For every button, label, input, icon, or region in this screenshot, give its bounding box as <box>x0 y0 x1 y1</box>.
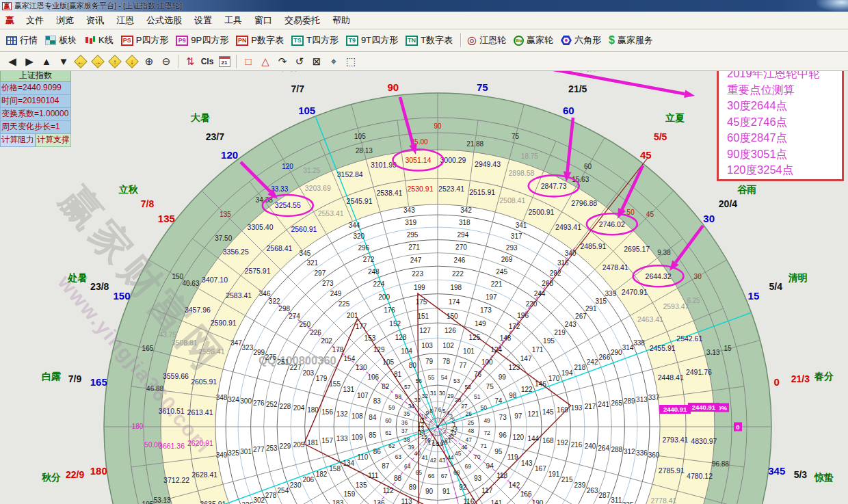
svg-text:315: 315 <box>595 297 607 305</box>
svg-text:122: 122 <box>521 386 533 393</box>
svg-text:92: 92 <box>459 483 467 491</box>
menu-item-7[interactable]: 窗口 <box>248 12 278 29</box>
tool-nav-up[interactable]: ▲ <box>38 54 55 69</box>
svg-text:18.75: 18.75 <box>521 152 538 160</box>
menu-item-5[interactable]: 设置 <box>188 12 218 29</box>
menu-item-2[interactable]: 资讯 <box>80 12 110 29</box>
svg-text:167: 167 <box>535 465 546 473</box>
svg-text:103: 103 <box>421 342 433 349</box>
tool-rotate-ccw[interactable]: ↺ <box>291 54 308 69</box>
toolbar-button-hexagon[interactable]: 六角形 <box>558 33 604 48</box>
svg-text:339: 339 <box>605 290 617 297</box>
toolbar-button-p-square[interactable]: PSP四方形 <box>118 33 172 48</box>
tool-nav-right[interactable]: ▶ <box>21 54 38 69</box>
tool-pan-down[interactable]: ↓ <box>124 54 140 69</box>
svg-text:28: 28 <box>455 397 462 403</box>
p-square-icon: PS <box>121 36 133 46</box>
svg-text:195: 195 <box>142 501 154 504</box>
toolbar-button-t-table[interactable]: TNT数字表 <box>403 33 455 48</box>
svg-text:9.38: 9.38 <box>657 249 671 256</box>
tool-pan-left[interactable]: ← <box>72 54 89 69</box>
toolbar-button-9t-square[interactable]: T99T四方形 <box>343 33 401 48</box>
svg-text:37: 37 <box>401 427 408 434</box>
tool-zoom-out[interactable]: ⊖ <box>158 54 174 69</box>
toolbar-button-p-table[interactable]: PNP数字表 <box>233 33 287 48</box>
svg-text:151: 151 <box>417 313 429 320</box>
menu-item-6[interactable]: 工具 <box>218 12 248 29</box>
svg-text:174: 174 <box>449 298 460 306</box>
svg-text:93: 93 <box>474 475 482 482</box>
svg-text:2847.73: 2847.73 <box>541 182 567 190</box>
svg-text:107: 107 <box>357 392 369 399</box>
svg-text:立夏: 立夏 <box>665 112 685 123</box>
menu-item-3[interactable]: 江恩 <box>110 12 140 29</box>
toolbar-button-winner-wheel[interactable]: Big赢家轮 <box>511 33 556 48</box>
tool-cls[interactable]: Cls <box>199 54 215 69</box>
svg-text:2523.41: 2523.41 <box>438 185 464 193</box>
svg-text:205: 205 <box>293 441 305 449</box>
toolbar-button-sectors[interactable]: 板块 <box>42 33 79 48</box>
svg-text:266: 266 <box>599 354 611 361</box>
svg-text:2796.88: 2796.88 <box>571 199 597 207</box>
tool-nav-left[interactable]: ◀ <box>4 54 21 69</box>
svg-text:157: 157 <box>321 437 333 445</box>
tool-triangle-tool[interactable]: △ <box>257 54 274 69</box>
svg-text:7: 7 <box>434 406 437 413</box>
svg-text:220: 220 <box>526 300 538 308</box>
svg-text:154: 154 <box>344 355 356 362</box>
toolbar-button-quotes[interactable]: 行情 <box>3 33 40 48</box>
tool-move-tool[interactable]: ⌖ <box>326 54 342 69</box>
tool-nav-down[interactable]: ▼ <box>55 54 72 69</box>
calc-resistance-button[interactable]: 计算阻力 <box>0 134 36 147</box>
svg-text:340: 340 <box>565 250 577 257</box>
svg-text:105: 105 <box>382 358 394 366</box>
tool-price-scale[interactable]: ⇅ <box>182 54 198 69</box>
svg-text:268: 268 <box>542 280 553 287</box>
tool-rect-tool[interactable]: □ <box>240 54 256 69</box>
svg-text:2440.91: 2440.91 <box>663 406 687 413</box>
svg-text:22/9: 22/9 <box>66 469 84 480</box>
tool-pan-up[interactable]: ↑ <box>107 54 123 69</box>
svg-text:3.13: 3.13 <box>706 349 720 356</box>
svg-text:2575.91: 2575.91 <box>245 267 271 275</box>
svg-text:3: 3 <box>449 413 453 420</box>
menu-item-4[interactable]: 公式选股 <box>140 12 188 29</box>
svg-text:227: 227 <box>290 364 302 371</box>
tool-calendar[interactable]: 21 <box>216 54 233 69</box>
svg-text:228: 228 <box>280 403 291 410</box>
svg-text:295: 295 <box>407 231 419 239</box>
menu-item-0[interactable]: 文件 <box>20 12 50 29</box>
toolbar-button-t-square[interactable]: TST四方形 <box>289 33 341 48</box>
svg-text:谷雨: 谷雨 <box>737 184 756 195</box>
svg-text:30: 30 <box>439 390 446 397</box>
toolbar-button-9p-square[interactable]: P99P四方形 <box>173 33 231 48</box>
svg-text:253: 253 <box>266 445 278 452</box>
svg-text:2538.41: 2538.41 <box>376 189 402 197</box>
svg-text:3661.36: 3661.36 <box>159 442 185 450</box>
menubar: 赢 文件浏览资讯江恩公式选股设置工具窗口交易委托帮助 <box>0 12 848 29</box>
svg-text:143: 143 <box>521 460 533 467</box>
svg-text:89: 89 <box>409 483 417 491</box>
toolbar-button-kline[interactable]: K线 <box>81 33 116 48</box>
tool-select-tool[interactable]: ⬚ <box>343 54 359 69</box>
toolbar-button-gann-wheel[interactable]: ◎江恩轮 <box>464 33 509 48</box>
tool-rotate-cw[interactable]: ↷ <box>274 54 291 69</box>
svg-text:180: 180 <box>307 406 319 414</box>
tool-zoom-in[interactable]: ⊕ <box>141 54 157 69</box>
toolbar-button-winner-service[interactable]: $赢家服务 <box>606 33 656 48</box>
svg-text:90: 90 <box>434 122 442 130</box>
svg-text:40.63: 40.63 <box>182 280 199 287</box>
svg-text:206: 206 <box>302 476 314 483</box>
svg-text:0: 0 <box>736 423 739 431</box>
svg-text:69: 69 <box>465 463 472 470</box>
svg-text:109: 109 <box>352 434 363 441</box>
menu-item-1[interactable]: 浏览 <box>50 12 80 29</box>
menu-item-8[interactable]: 交易委托 <box>278 12 326 29</box>
svg-text:2478.41: 2478.41 <box>602 263 628 271</box>
svg-text:101: 101 <box>463 347 475 355</box>
calc-support-button[interactable]: 计算支撑 <box>36 134 71 147</box>
tool-delete-box[interactable]: ⊠ <box>308 54 325 69</box>
svg-text:7/7: 7/7 <box>291 83 305 94</box>
tool-pan-right[interactable]: → <box>90 54 106 69</box>
menu-item-9[interactable]: 帮助 <box>326 12 356 29</box>
